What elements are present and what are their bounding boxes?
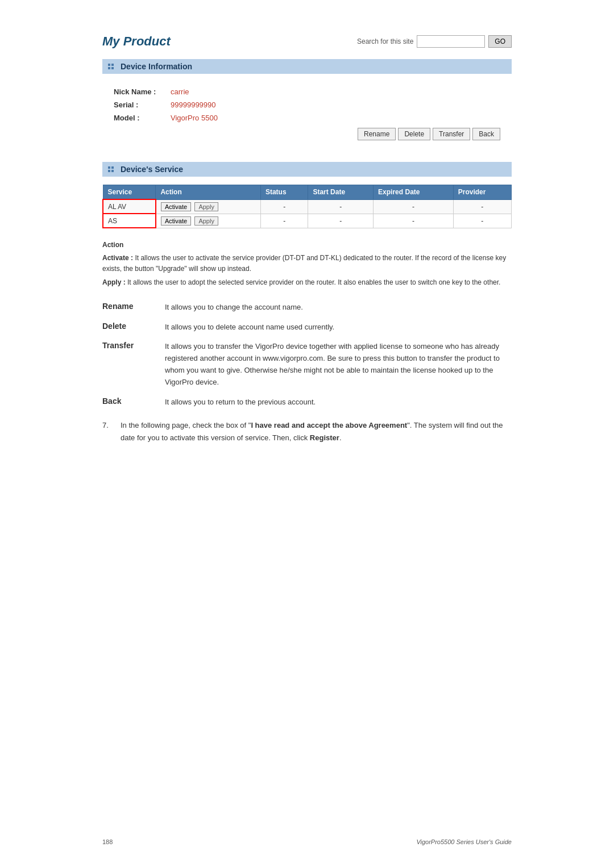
model-row: Model : VigorPro 5500 (114, 114, 500, 122)
activate-alav-button[interactable]: Activate (161, 202, 191, 211)
numbered-item-7: 7. In the following page, check the box … (102, 419, 512, 444)
search-label: Search for this site (357, 37, 413, 45)
model-value: VigorPro 5500 (171, 114, 218, 122)
nick-name-label: Nick Name : (114, 87, 171, 96)
apply-as-button[interactable]: Apply (194, 216, 218, 226)
col-start-date: Start Date (308, 185, 374, 200)
apply-text: It allows the user to adopt the selected… (127, 278, 500, 286)
table-row: AS Activate Apply - - - - (103, 214, 512, 228)
nick-name-row: Nick Name : carrie (114, 87, 500, 96)
table-header-row: Service Action Status Start Date Expired… (103, 185, 512, 200)
col-action: Action (156, 185, 260, 200)
serial-label: Serial : (114, 101, 171, 109)
transfer-desc-text: It allows you to transfer the VigorPro d… (165, 341, 512, 388)
device-service-section-header: Device's Service (102, 162, 512, 177)
service-table: Service Action Status Start Date Expired… (102, 185, 512, 228)
action-heading: Action (102, 240, 512, 251)
back-desc-label: Back (102, 397, 154, 406)
apply-alav-button[interactable]: Apply (194, 202, 218, 211)
footer-title: VigorPro5500 Series User's Guide (416, 838, 512, 845)
search-area: Search for this site GO (357, 35, 512, 48)
model-label: Model : (114, 114, 171, 122)
col-provider: Provider (453, 185, 511, 200)
activate-explanation: Activate : It allows the user to activat… (102, 253, 512, 274)
device-action-buttons: Rename Delete Transfer Back (114, 128, 500, 140)
action-as: Activate Apply (156, 214, 260, 228)
transfer-button[interactable]: Transfer (433, 128, 470, 140)
back-desc-text: It allows you to return to the previous … (165, 397, 512, 408)
start-date-alav: - (308, 199, 374, 214)
page-header: My Product Search for this site GO (102, 34, 512, 49)
activate-text: It allows the user to activate the servi… (102, 254, 506, 273)
activate-as-button[interactable]: Activate (161, 216, 191, 226)
device-info-section-header: Device Information (102, 59, 512, 74)
col-expired-date: Expired Date (374, 185, 454, 200)
device-info-title: Device Information (121, 62, 192, 71)
go-button[interactable]: GO (488, 35, 512, 48)
action-section: Action Activate : It allows the user to … (102, 240, 512, 288)
table-row: AL AV Activate Apply - - - - (103, 199, 512, 214)
delete-button[interactable]: Delete (398, 128, 430, 140)
back-desc-row: Back It allows you to return to the prev… (102, 397, 512, 408)
grid-icon (108, 64, 114, 69)
device-service-section: Device's Service Service Action Status S… (102, 162, 512, 228)
serial-row: Serial : 99999999990 (114, 101, 500, 109)
expired-date-alav: - (374, 199, 454, 214)
rename-desc-row: Rename It allows you to change the accou… (102, 302, 512, 314)
col-service: Service (103, 185, 156, 200)
activate-label: Activate : (102, 254, 133, 262)
status-as: - (260, 214, 308, 228)
device-info-block: Nick Name : carrie Serial : 99999999990 … (102, 82, 512, 148)
search-input[interactable] (417, 35, 485, 48)
delete-desc-label: Delete (102, 322, 154, 331)
item-number: 7. (102, 419, 114, 444)
start-date-as: - (308, 214, 374, 228)
expired-date-as: - (374, 214, 454, 228)
page-footer: 188 VigorPro5500 Series User's Guide (0, 838, 614, 845)
transfer-desc-row: Transfer It allows you to transfer the V… (102, 341, 512, 388)
button-descriptions: Rename It allows you to change the accou… (102, 302, 512, 408)
device-service-title: Device's Service (121, 165, 183, 174)
apply-label: Apply : (102, 278, 126, 286)
rename-button[interactable]: Rename (358, 128, 396, 140)
item-7-text: In the following page, check the box of … (121, 419, 512, 444)
grid-icon-2 (108, 166, 114, 172)
nick-name-value: carrie (171, 87, 189, 96)
col-status: Status (260, 185, 308, 200)
service-as: AS (103, 214, 156, 228)
delete-desc-text: It allows you to delete account name use… (165, 322, 512, 333)
delete-desc-row: Delete It allows you to delete account n… (102, 322, 512, 333)
page-title: My Product (102, 34, 171, 49)
apply-explanation: Apply : It allows the user to adopt the … (102, 277, 512, 288)
action-alav: Activate Apply (156, 199, 260, 214)
transfer-desc-label: Transfer (102, 341, 154, 350)
footer-page-number: 188 (102, 838, 113, 845)
back-button[interactable]: Back (472, 128, 500, 140)
status-alav: - (260, 199, 308, 214)
rename-desc-text: It allows you to change the account name… (165, 302, 512, 314)
service-alav: AL AV (103, 199, 156, 214)
provider-as: - (453, 214, 511, 228)
provider-alav: - (453, 199, 511, 214)
rename-desc-label: Rename (102, 302, 154, 311)
serial-value: 99999999990 (171, 101, 216, 109)
